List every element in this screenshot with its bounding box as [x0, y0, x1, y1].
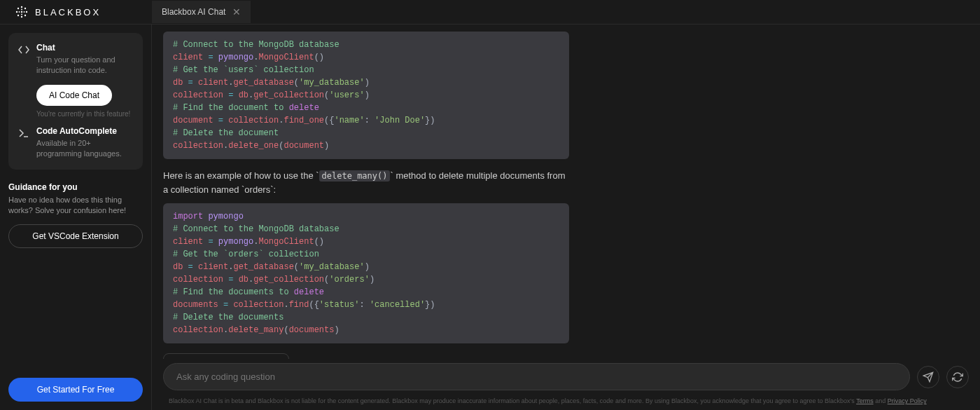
tab-blackbox-chat[interactable]: Blackbox AI Chat ✕ — [152, 1, 251, 23]
svg-point-4 — [18, 8, 19, 9]
main-content: # Connect to the MongoDB databaseclient … — [152, 25, 980, 410]
guidance-desc: Have no idea how does this thing works? … — [8, 195, 143, 217]
svg-point-3 — [26, 11, 27, 13]
svg-point-2 — [16, 11, 18, 13]
terminal-icon — [18, 128, 29, 139]
chat-input[interactable] — [163, 363, 910, 390]
prose-delete-many: Here is an example of how to use the `de… — [163, 169, 569, 196]
privacy-link[interactable]: Privacy Policy — [888, 397, 927, 404]
svg-point-6 — [18, 15, 19, 16]
chat-title: Chat — [36, 43, 133, 53]
autocomplete-title: Code AutoComplete — [36, 126, 133, 136]
ai-code-chat-button[interactable]: AI Code Chat — [36, 85, 112, 106]
svg-point-9 — [21, 9, 22, 11]
brand-icon — [14, 4, 29, 20]
sidebar-item-chat[interactable]: Chat Turn your question and instruction … — [18, 43, 133, 76]
code-brackets-icon — [18, 44, 29, 55]
input-row — [159, 359, 973, 395]
sidebar-item-autocomplete[interactable]: Code AutoComplete Available in 20+ progr… — [18, 126, 133, 160]
svg-point-12 — [24, 11, 25, 13]
code-block-delete-many: import pymongo# Connect to the MongoDB d… — [163, 203, 569, 343]
refresh-button[interactable] — [946, 366, 969, 388]
guidance-section: Guidance for you Have no idea how does t… — [8, 182, 143, 217]
svg-point-0 — [21, 6, 22, 8]
chat-scroll-area[interactable]: # Connect to the MongoDB databaseclient … — [159, 25, 973, 359]
feature-note: You're currently in this feature! — [36, 110, 133, 118]
code-block-delete-one: # Connect to the MongoDB databaseclient … — [163, 32, 569, 159]
brand-logo[interactable]: BLACKBOX — [0, 0, 152, 24]
get-vscode-extension-button[interactable]: Get VSCode Extension — [8, 224, 143, 248]
svg-point-8 — [21, 11, 22, 13]
svg-point-7 — [24, 15, 26, 16]
svg-point-5 — [24, 8, 26, 9]
guidance-title: Guidance for you — [8, 182, 143, 192]
tab-title: Blackbox AI Chat — [162, 7, 225, 17]
send-button[interactable] — [917, 366, 939, 388]
svg-point-10 — [21, 14, 22, 15]
svg-point-1 — [21, 16, 22, 18]
footer-disclaimer: Blackbox AI Chat is in beta and Blackbox… — [159, 395, 973, 410]
get-started-button[interactable]: Get Started For Free — [8, 378, 143, 402]
chat-desc: Turn your question and instruction into … — [36, 55, 133, 76]
sidebar: Chat Turn your question and instruction … — [0, 25, 152, 410]
sidebar-features-card: Chat Turn your question and instruction … — [8, 33, 143, 170]
autocomplete-desc: Available in 20+ programming languages. — [36, 138, 133, 160]
svg-point-11 — [19, 11, 20, 13]
close-icon[interactable]: ✕ — [232, 6, 241, 18]
terms-link[interactable]: Terms — [856, 397, 874, 404]
feedback-box: How was the quality of your answer? — [163, 353, 289, 359]
brand-name: BLACKBOX — [35, 7, 101, 18]
